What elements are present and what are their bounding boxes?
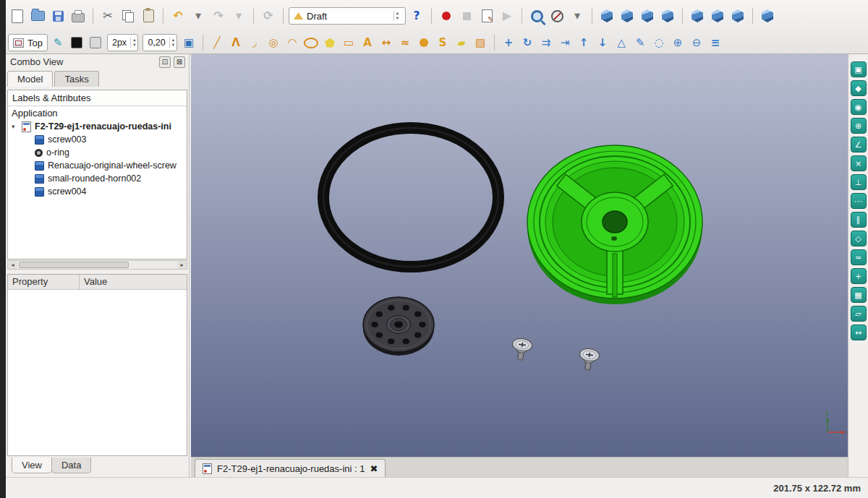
line-color-swatch[interactable]	[68, 34, 85, 51]
view-left[interactable]	[728, 7, 747, 25]
tree-item-screw003[interactable]: screw003	[8, 133, 187, 146]
snap-lock[interactable]: ▣	[851, 61, 867, 77]
cut[interactable]: ✂	[98, 7, 117, 25]
draft-fillet[interactable]: ◞	[246, 34, 263, 51]
panel-float-icon[interactable]: ⊡	[159, 56, 171, 68]
draft-dimension[interactable]: ↔	[378, 34, 395, 51]
draft-scale[interactable]: △	[613, 34, 630, 51]
snap-perpendicular[interactable]: ⊥	[851, 174, 867, 190]
line-width-spinbox[interactable]: 2px▴▾	[107, 34, 138, 51]
save-document[interactable]	[48, 7, 67, 25]
property-column-header[interactable]: Property	[8, 275, 80, 289]
draft-move[interactable]: +	[500, 34, 517, 51]
view-front[interactable]	[618, 7, 637, 25]
draft-hatch[interactable]: ▨	[472, 34, 489, 51]
spinner-arrow-icon[interactable]: ▾	[394, 16, 401, 21]
o-ring-object[interactable]	[323, 128, 498, 267]
draft-line[interactable]: ╱	[208, 34, 226, 51]
screw-object-1[interactable]	[510, 338, 532, 363]
spinner-arrows[interactable]: ▴▾	[393, 11, 401, 21]
spinner-arrow-icon[interactable]: ▾	[170, 43, 176, 48]
draft-shape2dview[interactable]: ≡	[707, 34, 724, 51]
tree-item-screw004[interactable]: screw004	[8, 185, 187, 198]
draft-remove-point[interactable]: ⊖	[688, 34, 705, 51]
draft-subelement-highlight[interactable]: ◌	[650, 34, 668, 51]
scrollbar-thumb[interactable]	[19, 262, 129, 268]
macro-edit[interactable]	[477, 7, 496, 25]
snap-endpoint[interactable]: ◆	[851, 80, 867, 96]
snap-ortho[interactable]: +	[851, 268, 867, 284]
value-column-header[interactable]: Value	[80, 275, 187, 289]
draft-polygon[interactable]	[321, 34, 339, 51]
draft-edit[interactable]: ✎	[631, 34, 649, 51]
scrollbar-track[interactable]	[17, 261, 177, 269]
view-bottom[interactable]	[708, 7, 727, 25]
apply-current-style[interactable]: ▣	[180, 34, 197, 51]
expander-icon[interactable]: ▾	[12, 123, 18, 130]
draft-shapestring[interactable]: S	[434, 34, 451, 51]
snap-center[interactable]: ⊕	[851, 118, 867, 134]
spinner-arrows[interactable]: ▴▾	[169, 38, 176, 48]
paste[interactable]	[139, 7, 158, 25]
draft-add-point[interactable]: ⊕	[669, 34, 686, 51]
text-scale-spinbox[interactable]: 0,20▴▾	[142, 34, 177, 51]
tree-document-row[interactable]: ▾ F2-T29-ej1-renacuajo-ruedas-ini	[8, 120, 187, 133]
redo[interactable]: ↷	[209, 7, 228, 25]
draw-style[interactable]	[548, 7, 566, 25]
draft-facebinder[interactable]: ▰	[453, 34, 470, 51]
draw-style-dropdown[interactable]: ▾	[568, 7, 587, 25]
snap-intersection[interactable]: ×	[851, 155, 867, 171]
tree-item-small-rounded-horn002[interactable]: small-rounded-horn002	[8, 172, 187, 185]
view-right[interactable]	[658, 7, 677, 25]
zoom-fit-all[interactable]	[527, 7, 546, 25]
draft-offset[interactable]: ⇉	[537, 34, 555, 51]
whats-this[interactable]: ?	[407, 7, 426, 25]
tree-item-Renacuajo-original-wheel-screw[interactable]: Renacuajo-original-wheel-screw	[8, 159, 187, 172]
view-axonometric[interactable]	[758, 7, 777, 25]
draft-arc[interactable]: ◠	[284, 34, 301, 51]
scroll-left-icon[interactable]: ◂	[8, 261, 17, 269]
draft-point[interactable]	[415, 34, 433, 51]
copy[interactable]	[119, 7, 137, 25]
undo-dropdown[interactable]: ▾	[189, 7, 208, 25]
view-rear[interactable]	[688, 7, 707, 25]
new-document[interactable]	[8, 7, 27, 25]
undo[interactable]: ↶	[169, 7, 187, 25]
snap-special[interactable]: ◇	[851, 231, 867, 246]
snap-near[interactable]: ≈	[851, 249, 867, 265]
snap-dimensions[interactable]: ↔	[851, 325, 867, 340]
refresh[interactable]: ⟳	[259, 7, 278, 25]
macro-stop[interactable]	[457, 7, 476, 25]
tab-tasks[interactable]: Tasks	[54, 71, 98, 87]
document-tab[interactable]: F2-T29-ej1-renacuajo-ruedas-ini : 1 ✖	[195, 459, 386, 477]
snap-grid[interactable]: ▦	[851, 287, 867, 303]
draft-text[interactable]: A	[359, 34, 376, 51]
tree-item-o-ring[interactable]: o-ring	[8, 146, 187, 159]
panel-close-icon[interactable]: ⊠	[174, 56, 185, 68]
view-top[interactable]	[638, 7, 657, 25]
draft-circle[interactable]: ◎	[265, 34, 282, 51]
tree-application-row[interactable]: Application	[8, 106, 187, 120]
snap-parallel[interactable]: ∥	[851, 212, 867, 228]
draft-rotate[interactable]: ↻	[519, 34, 536, 51]
workbench-selector[interactable]: Draft▴▾	[289, 7, 406, 25]
wheel-object[interactable]	[527, 145, 702, 304]
snap-angle[interactable]: ∠	[851, 137, 867, 153]
draft-upgrade[interactable]: ↑	[575, 34, 592, 51]
snap-midpoint[interactable]: ◉	[851, 99, 867, 115]
macro-execute[interactable]: ▶	[498, 7, 516, 25]
scroll-right-icon[interactable]: ▸	[177, 261, 187, 269]
disk-object[interactable]	[363, 297, 434, 356]
tab-model[interactable]: Model	[7, 71, 53, 87]
snap-working-plane[interactable]: ▱	[851, 306, 867, 322]
draft-bspline[interactable]: ≈	[396, 34, 414, 51]
snap-extension[interactable]: ⋯	[851, 193, 867, 209]
tree-horizontal-scrollbar[interactable]: ◂ ▸	[7, 260, 187, 270]
toggle-construction-mode[interactable]: ✎	[49, 34, 67, 51]
open-document[interactable]	[28, 7, 47, 25]
draft-downgrade[interactable]: ↓	[594, 34, 611, 51]
screw-object-2[interactable]	[577, 348, 600, 373]
draft-rectangle[interactable]: ▭	[340, 34, 357, 51]
tab-view[interactable]: View	[12, 458, 52, 473]
face-color-swatch[interactable]	[87, 34, 104, 51]
